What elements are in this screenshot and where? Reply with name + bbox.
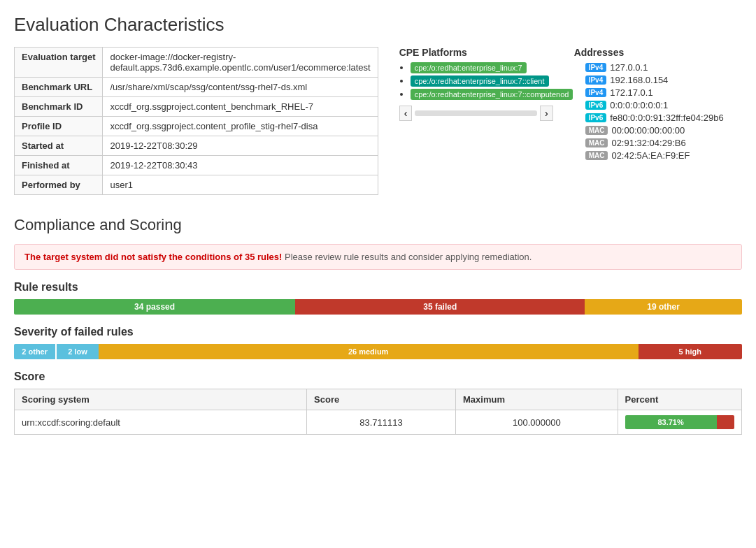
addr-type-badge: MAC [585,151,608,160]
cpe-prev-button[interactable]: ‹ [399,106,413,121]
eval-table-row: Benchmark URL/usr/share/xml/scap/ssg/con… [15,78,378,97]
cpe-list-item: cpe:/o:redhat:enterprise_linux:7::comput… [411,89,553,100]
cpe-slider [415,110,537,116]
score-col-header: Score [307,389,456,410]
page-title: Evaluation Characteristics [14,14,742,36]
sev-high: 5 high [639,344,742,359]
cpe-section: CPE Platforms cpe:/o:redhat:enterprise_l… [399,47,553,121]
bar-passed: 34 passed [14,299,295,315]
addr-list-item: MAC02:91:32:04:29:B6 [585,138,756,148]
cpe-list-item: cpe:/o:redhat:enterprise_linux:7::client [411,75,553,87]
eval-row-label: Benchmark ID [15,97,103,117]
eval-table: Evaluation targetdocker-image://docker-r… [14,47,378,195]
addr-type-badge: IPv6 [585,113,607,122]
addr-value: 02:91:32:04:29:B6 [611,138,685,148]
bar-failed: 35 failed [295,299,585,315]
eval-table-row: Performed byuser1 [15,175,378,195]
score-bar-rest [717,415,734,429]
score-col-header: Percent [618,389,741,410]
score-percent-cell: 83.71% [618,410,741,435]
sev-other: 2 other [14,344,55,359]
eval-row-label: Profile ID [15,117,103,136]
addr-type-badge: MAC [585,138,608,147]
addr-value: 02:42:5A:EA:F9:EF [611,150,690,161]
eval-table-row: Started at2019-12-22T08:30:29 [15,136,378,156]
sev-medium: 26 medium [99,344,639,359]
eval-row-value: 2019-12-22T08:30:43 [103,156,378,175]
score-table: Scoring systemScoreMaximumPercent urn:xc… [14,389,742,435]
eval-row-value: /usr/share/xml/scap/ssg/content/ssg-rhel… [103,78,378,97]
addr-list-item: MAC00:00:00:00:00:00 [585,125,756,136]
alert-rest: Please review rule results and consider … [285,252,532,262]
cpe-list-item: cpe:/o:redhat:enterprise_linux:7 [411,62,553,73]
score-maximum: 100.000000 [455,410,618,435]
cpe-badge: cpe:/o:redhat:enterprise_linux:7 [411,62,527,73]
addr-value: 00:00:00:00:00:00 [611,125,685,136]
eval-row-label: Started at [15,136,103,156]
sev-low: 2 low [57,344,98,359]
addr-list-item: IPv60:0:0:0:0:0:0:1 [585,100,756,110]
addr-type-badge: MAC [585,126,608,135]
eval-table-row: Finished at2019-12-22T08:30:43 [15,156,378,175]
addr-list-item: IPv6fe80:0:0:0:91:32ff:fe04:29b6 [585,113,756,123]
score-table-row: urn:xccdf:scoring:default 83.711113 100.… [15,410,742,435]
addresses-section: Addresses IPv4127.0.0.1IPv4192.168.0.154… [574,47,756,163]
eval-row-value: docker-image://docker-registry-default.a… [103,48,378,78]
eval-characteristics-section: Evaluation Characteristics Evaluation ta… [14,14,742,195]
compliance-title: Compliance and Scoring [14,216,742,234]
addr-value: 192.168.0.154 [610,75,668,85]
score-col-header: Scoring system [15,389,307,410]
cpe-title: CPE Platforms [399,47,553,58]
rule-results-bar: 34 passed 35 failed 19 other [14,299,742,315]
addr-value: 127.0.0.1 [610,62,648,73]
addr-value: fe80:0:0:0:91:32ff:fe04:29b6 [610,113,723,123]
addr-list-item: IPv4127.0.0.1 [585,62,756,73]
addr-type-badge: IPv4 [585,88,607,97]
eval-row-value: xccdf_org.ssgproject.content_benchmark_R… [103,97,378,117]
eval-row-label: Benchmark URL [15,78,103,97]
addr-list-item: MAC02:42:5A:EA:F9:EF [585,150,756,161]
eval-row-label: Finished at [15,156,103,175]
eval-row-value: user1 [103,175,378,195]
addr-type-badge: IPv4 [585,63,607,72]
eval-table-row: Benchmark IDxccdf_org.ssgproject.content… [15,97,378,117]
addr-type-badge: IPv6 [585,101,607,110]
eval-layout: Evaluation targetdocker-image://docker-r… [14,47,742,195]
compliance-section: Compliance and Scoring The target system… [14,216,742,435]
eval-row-value: 2019-12-22T08:30:29 [103,136,378,156]
addr-list-item: IPv4172.17.0.1 [585,87,756,98]
addr-value: 172.17.0.1 [610,87,652,98]
score-bar-fill: 83.71% [625,415,717,429]
alert-bold: The target system did not satisfy the co… [24,252,282,262]
addr-value: 0:0:0:0:0:0:0:1 [610,100,668,110]
cpe-badge: cpe:/o:redhat:enterprise_linux:7::client [411,75,549,87]
cpe-nav: ‹ › [399,106,553,121]
score-title: Score [14,370,742,383]
addr-list-item: IPv4192.168.0.154 [585,75,756,85]
compliance-alert: The target system did not satisfy the co… [14,244,742,270]
cpe-list: cpe:/o:redhat:enterprise_linux:7cpe:/o:r… [399,62,553,100]
eval-row-label: Performed by [15,175,103,195]
eval-row-value: xccdf_org.ssgproject.content_profile_sti… [103,117,378,136]
score-bar: 83.71% [625,415,734,429]
score-value: 83.711113 [307,410,456,435]
cpe-next-button[interactable]: › [540,106,553,121]
score-system: urn:xccdf:scoring:default [15,410,307,435]
eval-row-label: Evaluation target [15,48,103,78]
severity-bar: 2 other 2 low 26 medium 5 high [14,344,742,359]
addresses-title: Addresses [574,47,756,58]
rule-results-title: Rule results [14,281,742,294]
eval-table-row: Evaluation targetdocker-image://docker-r… [15,48,378,78]
score-col-header: Maximum [455,389,618,410]
severity-title: Severity of failed rules [14,326,742,338]
cpe-badge: cpe:/o:redhat:enterprise_linux:7::comput… [411,89,573,100]
addr-type-badge: IPv4 [585,75,607,85]
bar-other: 19 other [585,299,742,315]
addr-list: IPv4127.0.0.1IPv4192.168.0.154IPv4172.17… [574,62,756,161]
eval-table-row: Profile IDxccdf_org.ssgproject.content_p… [15,117,378,136]
